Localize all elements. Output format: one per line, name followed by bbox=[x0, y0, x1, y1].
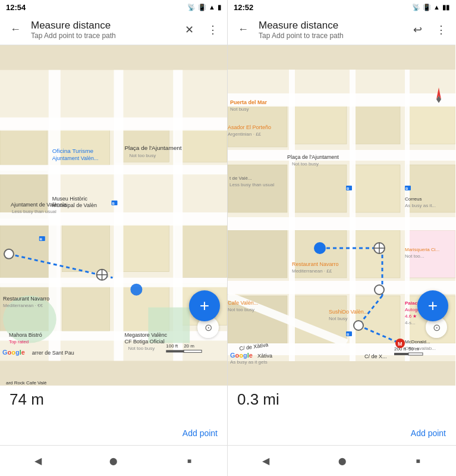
toolbar-actions-2: ↩ ⋮ bbox=[408, 20, 451, 39]
svg-rect-67 bbox=[353, 230, 400, 278]
distance-2: 0.3 mi bbox=[237, 390, 446, 409]
svg-text:B: B bbox=[112, 202, 115, 205]
svg-rect-75 bbox=[228, 217, 455, 230]
svg-rect-7 bbox=[62, 224, 110, 272]
svg-rect-49 bbox=[184, 350, 202, 352]
nav-back-button-2[interactable]: ◀ bbox=[255, 450, 276, 472]
bottom-panel-1: 74 m Add point bbox=[0, 386, 227, 445]
status-bar-1: 12:54 📡 📳 ▲ ▮ bbox=[0, 0, 227, 14]
fab-button-1[interactable]: + bbox=[189, 290, 220, 321]
nav-recents-button-2[interactable]: ■ bbox=[407, 450, 429, 472]
nav-home-button-2[interactable]: ⬤ bbox=[331, 450, 353, 472]
panel-1: 12:54 📡 📳 ▲ ▮ ← Measure distance Tap Add… bbox=[0, 0, 228, 445]
add-point-button-1[interactable]: Add point bbox=[183, 428, 218, 438]
back-button-1[interactable]: ← bbox=[5, 19, 26, 40]
toolbar-titles-2: Measure distance Tap Add point to trace … bbox=[256, 20, 405, 40]
compass-icon-1: ⊙ bbox=[205, 322, 212, 333]
vibrate-icon-2: 📳 bbox=[423, 4, 431, 11]
wifi-icon-2: ▲ bbox=[433, 4, 440, 11]
map-area-1[interactable]: Oficina Turisme Ajuntament Valèn... Plaç… bbox=[0, 45, 227, 386]
nav-recents-button-1[interactable]: ■ bbox=[178, 450, 200, 472]
svg-text:Municipal de Valèn: Municipal de Valèn bbox=[52, 202, 97, 208]
more-icon-1: ⋮ bbox=[207, 23, 218, 36]
svg-text:SushiDo Valèn...: SushiDo Valèn... bbox=[329, 309, 368, 315]
nav-back-button-1[interactable]: ◀ bbox=[27, 450, 49, 472]
svg-rect-61 bbox=[228, 165, 287, 212]
nav-recents-icon-2: ■ bbox=[416, 457, 420, 465]
svg-text:Not busy: Not busy bbox=[230, 107, 249, 112]
status-time-2: 12:52 bbox=[234, 3, 253, 12]
svg-text:B: B bbox=[347, 187, 350, 190]
svg-text:4.6 ★: 4.6 ★ bbox=[405, 314, 417, 319]
svg-text:Not too busy: Not too busy bbox=[129, 153, 156, 158]
svg-rect-60 bbox=[406, 105, 455, 144]
status-bar-2: 12:52 📡 📳 ▲ ▮▮ bbox=[228, 0, 455, 14]
fab-icon-1: + bbox=[200, 296, 209, 315]
bottom-panel-2: 0.3 mi Add point bbox=[228, 386, 455, 445]
toolbar-subtitle-2: Tap Add point to trace path bbox=[259, 32, 405, 40]
toolbar-titles-1: Measure distance Tap Add point to trace … bbox=[29, 20, 177, 40]
svg-text:Megastore Valènc: Megastore Valènc bbox=[124, 332, 167, 338]
nav-recents-icon-1: ■ bbox=[187, 457, 191, 465]
svg-text:t de Valè...: t de Valè... bbox=[229, 176, 252, 181]
svg-text:CF Botiga Oficial: CF Botiga Oficial bbox=[124, 339, 164, 345]
back-icon-1: ← bbox=[10, 23, 21, 36]
svg-text:Not too busy: Not too busy bbox=[228, 307, 254, 312]
svg-text:Cafe Valèn...: Cafe Valèn... bbox=[228, 300, 258, 306]
svg-text:Asador El Porteño: Asador El Porteño bbox=[228, 124, 271, 130]
close-button-1[interactable]: ✕ bbox=[180, 20, 199, 39]
svg-rect-1 bbox=[0, 129, 48, 165]
svg-text:Less busy than usual: Less busy than usual bbox=[12, 209, 56, 214]
nav-bar-2: ◀ ⬤ ■ bbox=[228, 445, 456, 476]
more-button-1[interactable]: ⋮ bbox=[203, 20, 222, 39]
svg-text:Not busy: Not busy bbox=[329, 316, 348, 321]
battery-icon-1: ▮ bbox=[218, 4, 221, 11]
svg-text:Not too...: Not too... bbox=[405, 253, 424, 259]
svg-point-90 bbox=[375, 285, 384, 295]
svg-text:McDonald...: McDonald... bbox=[405, 339, 430, 345]
svg-rect-74 bbox=[228, 150, 455, 161]
svg-text:Museu Històric: Museu Històric bbox=[52, 196, 88, 202]
svg-text:B: B bbox=[405, 187, 408, 190]
nav-bar-1: ◀ ⬤ ■ bbox=[0, 445, 228, 476]
nav-back-icon-1: ◀ bbox=[34, 455, 42, 466]
svg-rect-79 bbox=[350, 70, 356, 361]
svg-point-29 bbox=[130, 284, 142, 296]
toolbar-2: ← Measure distance Tap Add point to trac… bbox=[228, 14, 455, 45]
more-button-2[interactable]: ⋮ bbox=[432, 20, 451, 39]
svg-text:Marisqueria Ci...: Marisqueria Ci... bbox=[405, 247, 439, 252]
svg-rect-65 bbox=[228, 230, 287, 278]
svg-text:Mediterranean · €€: Mediterranean · €€ bbox=[3, 303, 43, 308]
svg-text:As busy as it...: As busy as it... bbox=[405, 203, 436, 208]
svg-rect-20 bbox=[114, 70, 123, 361]
fab-icon-2: + bbox=[428, 296, 438, 315]
svg-text:B: B bbox=[40, 237, 43, 241]
svg-text:B: B bbox=[347, 333, 350, 336]
back-button-2[interactable]: ← bbox=[232, 19, 254, 40]
nav-home-icon-1: ⬤ bbox=[109, 457, 117, 465]
svg-text:100 ft: 100 ft bbox=[166, 343, 178, 349]
svg-text:Restaurant Navarro: Restaurant Navarro bbox=[292, 261, 339, 267]
svg-text:Top rated: Top rated bbox=[9, 339, 29, 345]
map-area-2[interactable]: Puerta del Mar Not busy Asador El Porteñ… bbox=[228, 45, 455, 386]
svg-text:As busy as it gets: As busy as it gets bbox=[230, 359, 268, 365]
toolbar-1: ← Measure distance Tap Add point to trac… bbox=[0, 14, 227, 45]
svg-rect-59 bbox=[353, 105, 400, 144]
add-point-button-2[interactable]: Add point bbox=[411, 428, 446, 438]
undo-button-2[interactable]: ↩ bbox=[408, 20, 427, 39]
compass-icon-2: ⊙ bbox=[433, 322, 441, 333]
svg-text:Oficina Turisme: Oficina Turisme bbox=[52, 148, 94, 154]
svg-text:4-s...: 4-s... bbox=[405, 320, 416, 325]
nav-home-button-1[interactable]: ⬤ bbox=[103, 450, 124, 472]
svg-rect-8 bbox=[115, 224, 169, 272]
fab-button-2[interactable]: + bbox=[417, 290, 448, 321]
cast-icon-2: 📡 bbox=[412, 4, 420, 11]
battery-icon-2: ▮▮ bbox=[442, 4, 449, 11]
distance-1: 74 m bbox=[10, 390, 218, 409]
more-icon-2: ⋮ bbox=[436, 23, 446, 36]
back-icon-2: ← bbox=[238, 23, 249, 36]
status-time-1: 12:54 bbox=[6, 3, 26, 12]
svg-text:Less busy than usual: Less busy than usual bbox=[229, 182, 274, 187]
toolbar-actions-1: ✕ ⋮ bbox=[180, 20, 222, 39]
svg-text:Not too busy: Not too busy bbox=[292, 161, 319, 167]
